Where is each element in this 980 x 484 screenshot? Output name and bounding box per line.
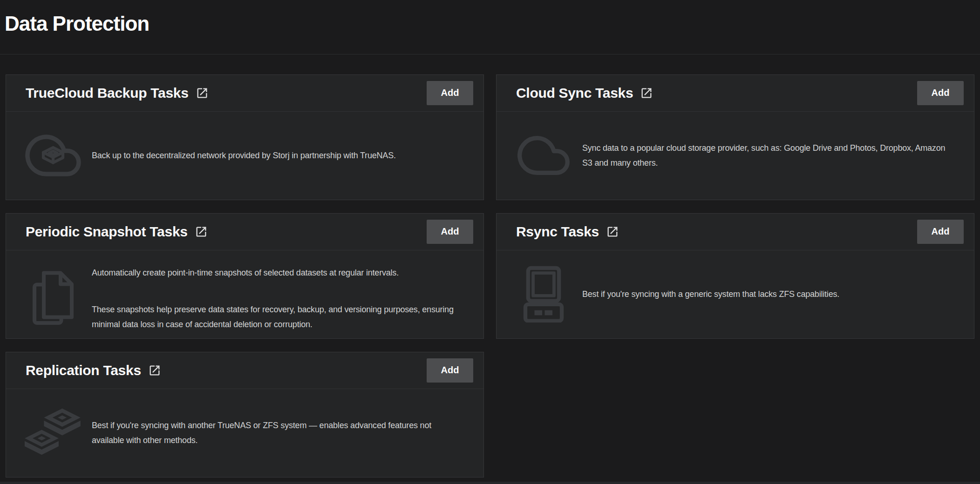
card-body: Best if you're syncing with another True… <box>6 389 483 477</box>
footer-bar <box>0 482 980 484</box>
card-description: Back up to the decentralized network pro… <box>92 133 396 178</box>
card-header: Periodic Snapshot Tasks Add <box>6 214 483 250</box>
description-paragraph: Best if you're syncing with another True… <box>92 418 431 448</box>
card-header: Cloud Sync Tasks Add <box>497 75 974 112</box>
description-paragraph: Automatically create point-in-time snaps… <box>92 265 454 280</box>
computer-icon <box>515 266 572 323</box>
card-header: TrueCloud Backup Tasks Add <box>6 75 483 112</box>
card-body: Automatically create point-in-time snaps… <box>6 250 483 347</box>
card-description: Automatically create point-in-time snaps… <box>92 250 454 347</box>
open-in-new-icon[interactable] <box>196 87 209 100</box>
add-cloud-sync-button[interactable]: Add <box>917 81 964 105</box>
card-header: Replication Tasks Add <box>6 352 483 389</box>
page-header: Data Protection <box>0 0 980 36</box>
periodic-snapshot-tasks-card: Periodic Snapshot Tasks Add Automaticall… <box>6 213 484 339</box>
card-title: Replication Tasks <box>26 363 141 378</box>
cloud-sync-tasks-card: Cloud Sync Tasks Add Sync data to a popu… <box>496 74 974 200</box>
card-title: Periodic Snapshot Tasks <box>26 224 188 240</box>
replication-boxes-icon <box>25 408 82 458</box>
add-periodic-snapshot-button[interactable]: Add <box>427 220 473 244</box>
description-paragraph: These snapshots help preserve data state… <box>92 302 454 332</box>
card-description: Best if you're syncing with a generic sy… <box>582 272 839 317</box>
description-paragraph: Best if you're syncing with a generic sy… <box>582 287 839 302</box>
page-title: Data Protection <box>5 12 975 36</box>
card-title: TrueCloud Backup Tasks <box>26 85 189 101</box>
open-in-new-icon[interactable] <box>195 225 208 238</box>
storj-cloud-icon <box>25 134 82 176</box>
truecloud-backup-tasks-card: TrueCloud Backup Tasks Add Ba <box>6 74 484 200</box>
description-paragraph: Back up to the decentralized network pro… <box>92 148 396 163</box>
open-in-new-icon[interactable] <box>606 225 619 238</box>
cards-grid: TrueCloud Backup Tasks Add Ba <box>6 74 974 477</box>
open-in-new-icon[interactable] <box>640 87 653 100</box>
card-description: Sync data to a popular cloud storage pro… <box>582 125 945 186</box>
title-divider <box>0 54 980 54</box>
card-title: Rsync Tasks <box>516 224 599 240</box>
card-title: Cloud Sync Tasks <box>516 85 633 101</box>
card-body: Best if you're syncing with a generic sy… <box>497 250 974 338</box>
replication-tasks-card: Replication Tasks Add <box>6 352 484 477</box>
card-description: Best if you're syncing with another True… <box>92 403 431 463</box>
add-truecloud-backup-button[interactable]: Add <box>427 81 473 105</box>
open-in-new-icon[interactable] <box>148 364 161 377</box>
add-rsync-button[interactable]: Add <box>917 220 964 244</box>
card-body: Back up to the decentralized network pro… <box>6 112 483 200</box>
card-body: Sync data to a popular cloud storage pro… <box>497 112 974 200</box>
cloud-icon <box>515 135 572 176</box>
add-replication-button[interactable]: Add <box>427 358 473 383</box>
description-paragraph: Sync data to a popular cloud storage pro… <box>582 141 945 171</box>
card-header: Rsync Tasks Add <box>497 214 974 250</box>
rsync-tasks-card: Rsync Tasks Add Best if you're syncing w… <box>496 213 974 339</box>
snapshots-icon <box>25 269 82 328</box>
